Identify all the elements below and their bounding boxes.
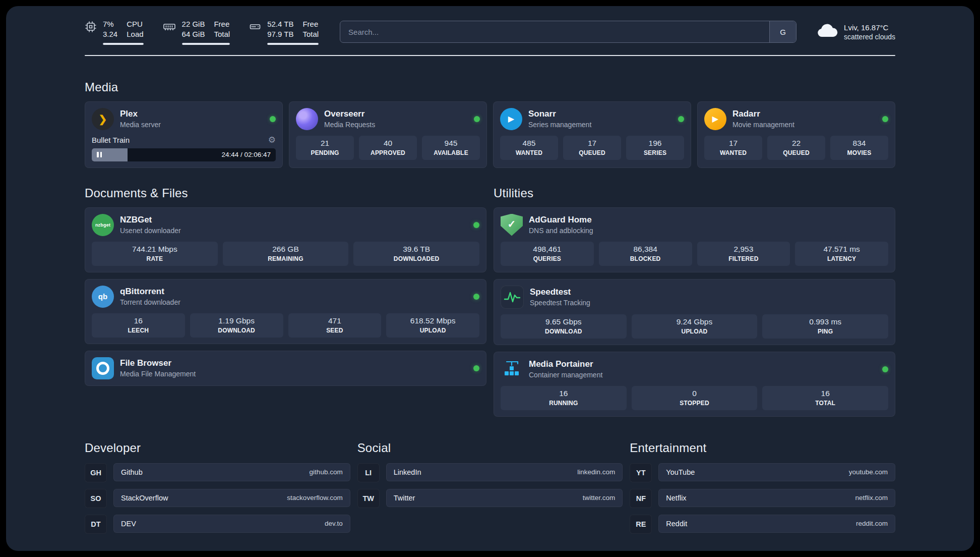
app-card-radarr[interactable]: ▶ Radarr Movie management 17 WANTED 22 Q… <box>697 101 895 168</box>
app-card-sonarr[interactable]: ▶ Sonarr Series management 485 WANTED 17… <box>493 101 691 168</box>
ram-metric: 22 GiB 64 GiB Free Total <box>163 19 230 45</box>
cpu-load-label: Load <box>127 29 143 39</box>
overseerr-icon <box>296 108 318 130</box>
app-card-plex[interactable]: ❯ Plex Media server Bullet Train ⚙ 24:44… <box>85 101 283 168</box>
reddit-link[interactable]: Reddit reddit.com <box>658 515 895 533</box>
app-desc: Series management <box>528 121 591 129</box>
stat-tile: 1.19 Gbps DOWNLOAD <box>190 313 283 338</box>
status-dot <box>473 222 479 228</box>
stat-tile: 0 STOPPED <box>632 386 758 410</box>
stat-tile: 16 LEECH <box>92 313 185 338</box>
playback-progress-bar[interactable]: 24:44 / 02:06:47 <box>92 148 276 161</box>
stat-tile: 266 GB REMAINING <box>223 242 349 266</box>
link-row-github: GH Github github.com <box>85 463 350 482</box>
youtube-link[interactable]: YouTube youtube.com <box>658 463 895 481</box>
twitter-link[interactable]: Twitter twitter.com <box>386 489 623 507</box>
weather-condition: scattered clouds <box>844 33 895 41</box>
disk-total-label: Total <box>302 29 319 39</box>
app-card-portainer[interactable]: Media Portainer Container management 16 … <box>494 352 895 417</box>
app-desc: Container management <box>529 371 602 379</box>
netflix-link[interactable]: Netflix netflix.com <box>658 489 895 507</box>
gear-icon[interactable]: ⚙ <box>268 136 276 144</box>
cpu-icon <box>85 19 97 33</box>
search-input[interactable] <box>340 21 769 42</box>
filebrowser-icon <box>92 357 114 379</box>
playback-time: 24:44 / 02:06:47 <box>221 151 271 158</box>
stat-tile: 485 WANTED <box>500 136 558 160</box>
stat-tile: 9.65 Gbps DOWNLOAD <box>501 314 627 339</box>
search-bar: G <box>340 21 797 43</box>
portainer-icon <box>501 358 523 380</box>
stat-tile: 39.6 TB DOWNLOADED <box>353 242 479 266</box>
header-divider <box>85 55 895 56</box>
app-name: AdGuard Home <box>529 215 593 225</box>
ram-free-value: 22 GiB <box>182 19 205 29</box>
link-row-dev: DT DEV dev.to <box>85 515 350 534</box>
link-row-netflix: NF Netflix netflix.com <box>630 489 895 508</box>
stat-tile: 498,461 QUERIES <box>501 242 594 266</box>
stat-tile: 47.571 ms LATENCY <box>795 242 888 266</box>
link-row-linkedin: LI LinkedIn linkedin.com <box>357 463 623 482</box>
disk-icon <box>249 19 261 33</box>
ram-icon <box>163 19 176 33</box>
status-dot <box>473 294 479 300</box>
ram-total-value: 64 GiB <box>182 29 205 39</box>
stat-tile: 834 MOVIES <box>830 136 888 160</box>
section-title-entertainment: Entertainment <box>630 441 895 455</box>
weather-widget: Lviv, 16.87°C scattered clouds <box>817 23 895 41</box>
disk-metric: 52.4 TB 97.9 TB Free Total <box>249 19 319 45</box>
app-name: NZBGet <box>120 215 181 225</box>
app-name: qBittorrent <box>120 287 180 297</box>
search-engine-button[interactable]: G <box>769 21 796 42</box>
app-desc: Media File Management <box>120 370 196 378</box>
social-section: LI LinkedIn linkedin.com TW Twitter twit… <box>357 463 623 508</box>
pause-icon[interactable] <box>97 152 102 157</box>
entertainment-section: YT YouTube youtube.com NF Netflix netfli… <box>630 463 895 534</box>
cpu-usage-bar <box>103 43 144 45</box>
stat-tile: 86,384 BLOCKED <box>599 242 692 266</box>
linkedin-link[interactable]: LinkedIn linkedin.com <box>386 463 623 481</box>
app-desc: Movie management <box>732 121 794 129</box>
disk-free-value: 52.4 TB <box>267 19 293 29</box>
speedtest-icon <box>501 286 524 309</box>
app-card-filebrowser[interactable]: File Browser Media File Management <box>85 351 486 386</box>
app-name: Speedtest <box>530 287 590 297</box>
nzbget-icon: nzbget <box>92 214 114 236</box>
adguard-icon: ✓ <box>501 214 523 236</box>
link-row-stackoverflow: SO StackOverflow stackoverflow.com <box>85 489 350 508</box>
linkedin-badge: LI <box>357 463 380 482</box>
cpu-load-value: 3.24 <box>103 29 117 39</box>
qbittorrent-icon: qb <box>92 286 114 308</box>
stat-tile: 40 APPROVED <box>359 136 417 160</box>
stat-tile: 618.52 Mbps UPLOAD <box>386 313 479 338</box>
stat-tile: 16 TOTAL <box>762 386 888 410</box>
status-dot <box>270 116 276 122</box>
app-card-overseerr[interactable]: Overseerr Media Requests 21 PENDING 40 A… <box>289 101 487 168</box>
ram-total-label: Total <box>214 29 230 39</box>
dev-badge: DT <box>85 515 107 534</box>
link-row-twitter: TW Twitter twitter.com <box>357 489 623 508</box>
system-metrics: 7% 3.24 CPU Load <box>85 19 319 45</box>
stat-tile: 471 SEED <box>288 313 382 338</box>
disk-total-value: 97.9 TB <box>267 29 293 39</box>
youtube-badge: YT <box>630 463 652 482</box>
section-title-utilities: Utilities <box>494 186 895 200</box>
app-card-nzbget[interactable]: nzbget NZBGet Usenet downloader 744.21 M… <box>85 207 486 272</box>
ram-usage-bar <box>182 43 230 45</box>
section-title-media: Media <box>85 80 895 94</box>
app-card-adguard[interactable]: ✓ AdGuard Home DNS and adblocking 498,46… <box>494 207 895 272</box>
stat-tile: 196 SERIES <box>626 136 684 160</box>
app-desc: Media Requests <box>324 121 375 129</box>
stat-tile: 9.24 Gbps UPLOAD <box>632 314 758 339</box>
app-card-speedtest[interactable]: Speedtest Speedtest Tracking 9.65 Gbps D… <box>494 279 895 345</box>
top-bar: 7% 3.24 CPU Load <box>85 19 895 45</box>
github-link[interactable]: Github github.com <box>113 463 350 481</box>
ram-free-label: Free <box>214 19 230 29</box>
sonarr-icon: ▶ <box>500 108 522 130</box>
developer-section: GH Github github.com SO StackOverflow st… <box>85 463 350 534</box>
stat-tile: 17 WANTED <box>704 136 762 160</box>
stackoverflow-link[interactable]: StackOverflow stackoverflow.com <box>113 489 350 507</box>
status-dot <box>882 366 888 372</box>
app-card-qbittorrent[interactable]: qb qBittorrent Torrent downloader 16 LEE… <box>85 279 486 344</box>
dev-link[interactable]: DEV dev.to <box>113 515 350 533</box>
